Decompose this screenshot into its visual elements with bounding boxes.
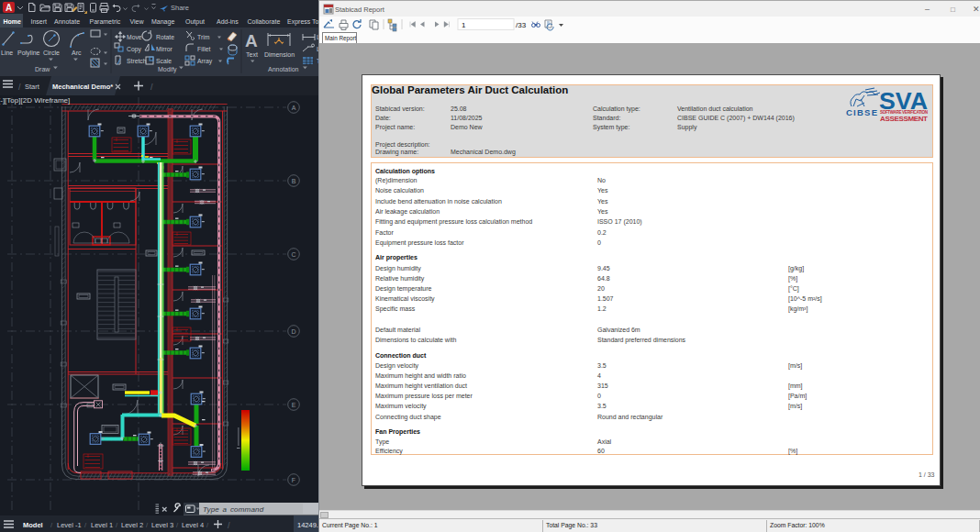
svg-text:Add-ins: Add-ins — [217, 18, 239, 25]
svg-text:F: F — [292, 477, 295, 483]
svg-text:Output: Output — [185, 18, 205, 26]
svg-text:Line: Line — [1, 50, 13, 56]
svg-text:Model: Model — [23, 521, 43, 529]
svg-text:Move: Move — [127, 34, 142, 40]
svg-text:View: View — [130, 18, 145, 25]
svg-text:C: C — [291, 251, 295, 258]
svg-text:Level 4: Level 4 — [182, 521, 204, 529]
svg-text:Type a command: Type a command — [203, 505, 264, 514]
svg-text:Dimension: Dimension — [264, 51, 295, 58]
svg-text:Home: Home — [4, 18, 22, 25]
svg-text:Parametric: Parametric — [90, 18, 121, 25]
svg-text:Collaborate: Collaborate — [248, 18, 281, 25]
svg-text:Level 3: Level 3 — [151, 521, 173, 529]
svg-text:Scale: Scale — [156, 58, 172, 64]
svg-text:Stretch: Stretch — [127, 58, 147, 64]
svg-text:Start: Start — [25, 83, 40, 91]
svg-text:Array: Array — [197, 58, 213, 65]
svg-text:[-][Top][2D Wireframe]: [-][Top][2D Wireframe] — [0, 96, 70, 105]
svg-text:A: A — [6, 3, 12, 13]
svg-text:Text: Text — [246, 51, 258, 58]
svg-text:Polyline: Polyline — [17, 50, 40, 57]
svg-text:Annotation: Annotation — [268, 66, 299, 72]
svg-text:Annotate: Annotate — [54, 18, 80, 25]
svg-text:E: E — [292, 402, 296, 408]
svg-text:D: D — [291, 328, 295, 335]
svg-text:B: B — [292, 178, 296, 184]
svg-text:Insert: Insert — [31, 18, 48, 25]
svg-text:Mechanical Demo*: Mechanical Demo* — [52, 83, 113, 91]
svg-text:/33: /33 — [516, 21, 527, 29]
svg-text:Arc: Arc — [72, 50, 82, 56]
svg-text:Level -1: Level -1 — [57, 521, 82, 529]
svg-text:14249.: 14249. — [297, 521, 318, 529]
svg-text:Rotate: Rotate — [156, 34, 174, 40]
svg-text:1: 1 — [462, 21, 466, 29]
svg-text:Circle: Circle — [43, 50, 60, 56]
svg-text:CIBSE: CIBSE — [846, 107, 877, 117]
svg-text:A: A — [292, 105, 296, 111]
svg-text:Manage: Manage — [151, 18, 174, 26]
svg-text:Copy: Copy — [127, 46, 141, 53]
svg-text:Level 1: Level 1 — [91, 521, 113, 529]
svg-text:Fillet: Fillet — [197, 46, 210, 52]
svg-text:Modify: Modify — [158, 66, 177, 73]
svg-text:Trim: Trim — [197, 34, 210, 40]
svg-text:Mirror: Mirror — [156, 46, 173, 52]
svg-text:Draw: Draw — [35, 66, 50, 72]
svg-text:Level 2: Level 2 — [121, 521, 143, 529]
svg-text:ASSESSMENT: ASSESSMENT — [880, 115, 928, 123]
svg-text:Share: Share — [171, 4, 189, 12]
svg-text:A: A — [245, 31, 258, 50]
svg-text:Express Tools: Express Tools — [287, 18, 319, 26]
